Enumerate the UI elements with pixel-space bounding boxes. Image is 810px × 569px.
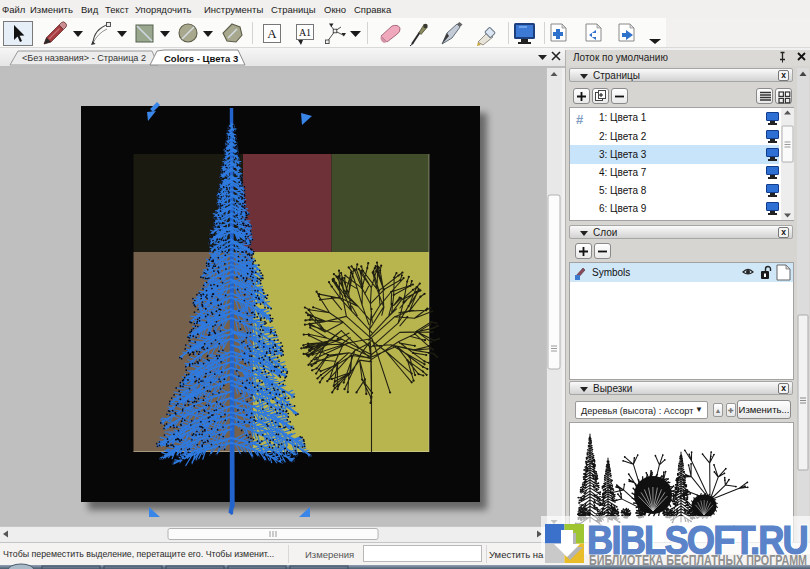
svg-text:<Без названия> - Страница 2: <Без названия> - Страница 2 xyxy=(22,53,146,63)
svg-text:БИБЛИОТЕКА БЕСПЛАТНЫХ ПРОГРАММ: БИБЛИОТЕКА БЕСПЛАТНЫХ ПРОГРАММ xyxy=(589,552,807,568)
svg-text:Colors - Цвета 3: Colors - Цвета 3 xyxy=(164,53,238,64)
svg-text:A: A xyxy=(267,26,277,41)
svg-text:A1: A1 xyxy=(299,27,311,38)
